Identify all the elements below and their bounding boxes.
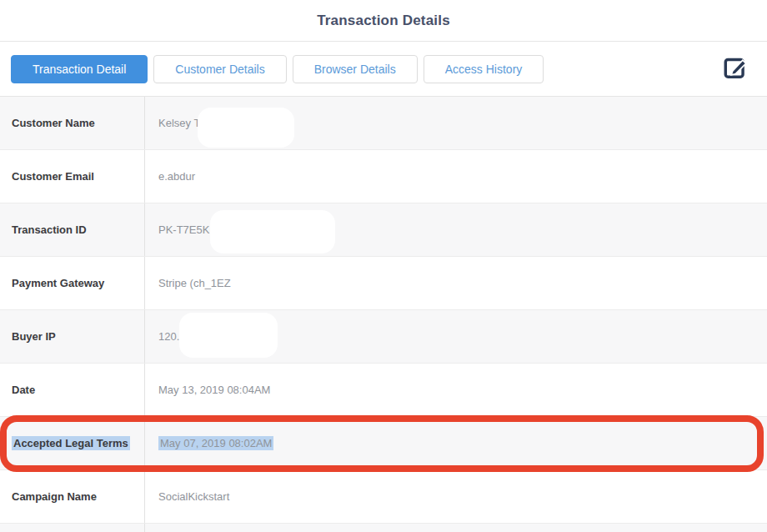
selected-text: Accepted Legal Terms [12,436,130,450]
table-row-accepted-legal-terms: Accepted Legal Terms May 07, 2019 08:02A… [0,417,767,470]
row-value: Stripe (ch_1EZ [145,257,767,309]
row-label: Date [0,364,145,416]
redaction-blob [179,313,278,358]
table-row-customer-email: Customer Email e.abdur [0,150,767,203]
row-value: May 07, 2019 08:02AM [145,417,767,469]
selected-text: May 07, 2019 08:02AM [158,436,273,450]
row-label: Transaction ID [0,203,145,256]
table-row-buyer-ip: Buyer IP 120. [0,310,767,364]
row-value: e.abdur [145,150,767,203]
transaction-detail-table: Customer Name Kelsey T Customer Email e.… [0,97,767,532]
page-title: Transaction Details [317,13,450,29]
row-value: 120. [145,310,767,363]
tab-browser-details[interactable]: Browser Details [293,55,418,83]
row-value: May 13, 2019 08:04AM [145,364,767,416]
row-value: Kelsey T [145,97,767,149]
table-row-partial [0,524,767,532]
edit-pencil-square-icon [722,54,749,83]
tab-transaction-detail[interactable]: Transaction Detail [11,55,148,83]
row-value: SocialKickstart [145,470,767,523]
tab-access-history[interactable]: Access History [424,55,544,83]
tab-customer-details[interactable]: Customer Details [153,55,286,83]
row-value: PK-T7E5K( [145,203,767,256]
table-row-customer-name: Customer Name Kelsey T [0,97,767,150]
row-label: Accepted Legal Terms [0,417,145,469]
page-header: Transaction Details [0,0,767,42]
table-row-date: Date May 13, 2019 08:04AM [0,364,767,417]
row-label: Campaign Name [0,470,145,523]
redaction-blob [210,210,335,253]
row-label: Customer Name [0,97,145,149]
row-label: Payment Gateway [0,257,145,309]
edit-button[interactable] [720,54,750,84]
row-label: Customer Email [0,150,145,203]
table-row-payment-gateway: Payment Gateway Stripe (ch_1EZ [0,257,767,310]
row-label: Buyer IP [0,310,145,363]
tab-bar: Transaction Detail Customer Details Brow… [0,42,767,97]
table-row-campaign-name: Campaign Name SocialKickstart [0,470,767,524]
table-row-transaction-id: Transaction ID PK-T7E5K( [0,203,767,257]
redaction-blob [198,108,294,148]
